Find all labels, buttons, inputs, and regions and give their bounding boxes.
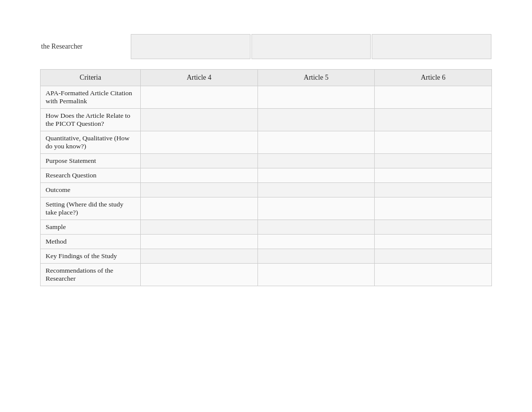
table-header-row: Criteria Article 4 Article 5 Article 6 bbox=[41, 70, 492, 86]
table-row: Sample bbox=[41, 220, 492, 235]
article4-cell[interactable] bbox=[141, 235, 258, 249]
criteria-cell: APA-Formatted Article Citation with Perm… bbox=[41, 86, 141, 109]
article5-cell[interactable] bbox=[257, 197, 375, 220]
table-row: Research Question bbox=[41, 168, 492, 183]
header-article6: Article 6 bbox=[375, 70, 492, 86]
criteria-cell: Method bbox=[41, 235, 141, 249]
article6-cell[interactable] bbox=[375, 197, 492, 220]
article4-cell[interactable] bbox=[141, 154, 258, 168]
article6-cell[interactable] bbox=[375, 131, 492, 154]
table-row: Key Findings of the Study bbox=[41, 249, 492, 264]
article4-cell[interactable] bbox=[141, 86, 258, 109]
criteria-cell: Quantitative, Qualitative (How do you kn… bbox=[41, 131, 141, 154]
article5-cell[interactable] bbox=[257, 154, 375, 168]
article6-cell[interactable] bbox=[375, 220, 492, 235]
article6-cell[interactable] bbox=[375, 264, 492, 286]
article6-cell[interactable] bbox=[375, 86, 492, 109]
criteria-table: Criteria Article 4 Article 5 Article 6 A… bbox=[40, 69, 492, 286]
top-bar: the Researcher bbox=[40, 34, 492, 59]
criteria-cell: Sample bbox=[41, 220, 141, 235]
table-row: Recommendations of the Researcher bbox=[41, 264, 492, 286]
criteria-cell: Setting (Where did the study take place?… bbox=[41, 197, 141, 220]
criteria-cell: Recommendations of the Researcher bbox=[41, 264, 141, 286]
header-article4: Article 4 bbox=[141, 70, 258, 86]
article6-cell[interactable] bbox=[375, 154, 492, 168]
criteria-cell: Purpose Statement bbox=[41, 154, 141, 168]
top-bar-label: the Researcher bbox=[40, 34, 130, 59]
top-bar-cell-2[interactable] bbox=[251, 34, 371, 59]
article6-cell[interactable] bbox=[375, 168, 492, 183]
table-row: Outcome bbox=[41, 183, 492, 197]
top-bar-cells bbox=[130, 34, 492, 59]
top-bar-cell-1[interactable] bbox=[131, 34, 250, 59]
article5-cell[interactable] bbox=[257, 131, 375, 154]
criteria-cell: Outcome bbox=[41, 183, 141, 197]
article4-cell[interactable] bbox=[141, 168, 258, 183]
header-article5: Article 5 bbox=[257, 70, 375, 86]
article5-cell[interactable] bbox=[257, 86, 375, 109]
article5-cell[interactable] bbox=[257, 264, 375, 286]
article5-cell[interactable] bbox=[257, 109, 375, 131]
table-row: Quantitative, Qualitative (How do you kn… bbox=[41, 131, 492, 154]
table-row: Setting (Where did the study take place?… bbox=[41, 197, 492, 220]
article5-cell[interactable] bbox=[257, 220, 375, 235]
table-row: How Does the Article Relate to the PICOT… bbox=[41, 109, 492, 131]
article6-cell[interactable] bbox=[375, 235, 492, 249]
article5-cell[interactable] bbox=[257, 183, 375, 197]
top-bar-cell-3[interactable] bbox=[372, 34, 491, 59]
page-container: the Researcher Criteria Article 4 Articl… bbox=[0, 34, 532, 412]
article4-cell[interactable] bbox=[141, 109, 258, 131]
article6-cell[interactable] bbox=[375, 249, 492, 264]
article4-cell[interactable] bbox=[141, 220, 258, 235]
article6-cell[interactable] bbox=[375, 183, 492, 197]
article5-cell[interactable] bbox=[257, 249, 375, 264]
criteria-cell: Key Findings of the Study bbox=[41, 249, 141, 264]
article6-cell[interactable] bbox=[375, 109, 492, 131]
table-row: Purpose Statement bbox=[41, 154, 492, 168]
criteria-cell: Research Question bbox=[41, 168, 141, 183]
article4-cell[interactable] bbox=[141, 183, 258, 197]
criteria-cell: How Does the Article Relate to the PICOT… bbox=[41, 109, 141, 131]
table-row: APA-Formatted Article Citation with Perm… bbox=[41, 86, 492, 109]
article4-cell[interactable] bbox=[141, 249, 258, 264]
header-criteria: Criteria bbox=[41, 70, 141, 86]
article5-cell[interactable] bbox=[257, 235, 375, 249]
article4-cell[interactable] bbox=[141, 197, 258, 220]
article5-cell[interactable] bbox=[257, 168, 375, 183]
table-row: Method bbox=[41, 235, 492, 249]
table-wrapper: Criteria Article 4 Article 5 Article 6 A… bbox=[40, 69, 492, 286]
article4-cell[interactable] bbox=[141, 264, 258, 286]
article4-cell[interactable] bbox=[141, 131, 258, 154]
